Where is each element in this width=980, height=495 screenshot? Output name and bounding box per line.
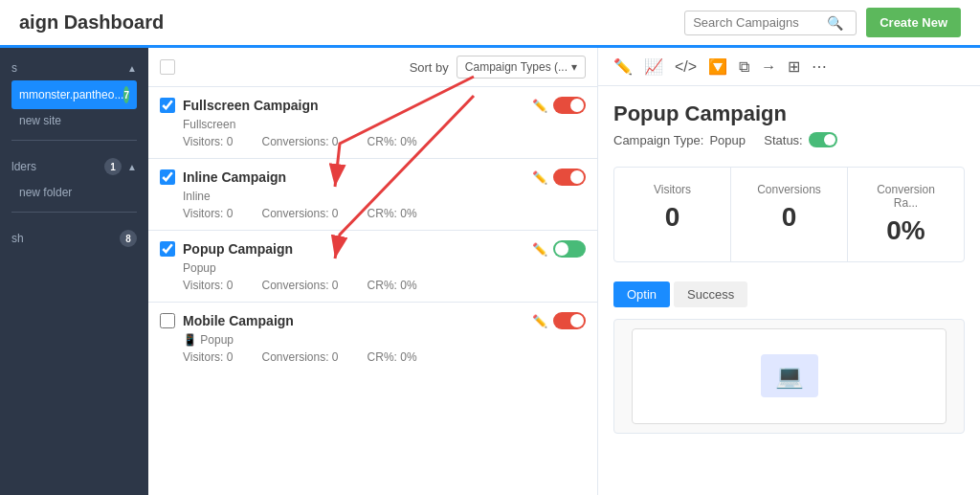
header-checkbox[interactable] bbox=[160, 59, 175, 75]
create-new-button[interactable]: Create New bbox=[866, 8, 961, 37]
sidebar-section-trash-header[interactable]: sh 8 bbox=[11, 224, 137, 253]
campaign-item-popup: Popup Campaign ✏️ Popup Visitors: 0 Conv… bbox=[148, 231, 597, 303]
cr-label-mobile: CR%: 0% bbox=[368, 350, 417, 364]
cr-label-popup: CR%: 0% bbox=[368, 279, 417, 292]
campaign-type-inline: Inline bbox=[183, 190, 586, 203]
stats-row: Visitors 0 Conversions 0 Conversion Ra..… bbox=[613, 167, 965, 262]
detail-panel: ✏️ 📈 </> 🔽 ⧉ → ⊞ ⋯ Popup Campaign Campai… bbox=[598, 48, 980, 495]
edit-icon-inline[interactable]: ✏️ bbox=[532, 170, 547, 185]
campaign-preview-inner: 💻 bbox=[632, 328, 947, 424]
stat-box-cr: Conversion Ra... 0% bbox=[848, 168, 964, 261]
edit-icon-mobile[interactable]: ✏️ bbox=[532, 314, 547, 328]
toggle-popup[interactable] bbox=[553, 240, 586, 258]
cr-label-fullscreen: CR%: 0% bbox=[368, 135, 417, 148]
filter-toolbar-icon[interactable]: 🔽 bbox=[708, 57, 727, 76]
sort-dropdown[interactable]: Campaign Types (... ▾ bbox=[457, 56, 586, 79]
campaign-item-fullscreen: Fullscreen Campaign ✏️ Fullscreen Visito… bbox=[148, 87, 597, 159]
stat-box-conversions: Conversions 0 bbox=[731, 168, 848, 261]
top-bar-right: 🔍 Create New bbox=[684, 8, 961, 37]
code-toolbar-icon[interactable]: </> bbox=[675, 58, 697, 76]
campaign-list-header: Sort by Campaign Types (... ▾ bbox=[148, 48, 597, 87]
campaign-actions-popup: ✏️ bbox=[532, 240, 586, 258]
sidebar-sub-item-new-site[interactable]: new site bbox=[11, 109, 137, 132]
sidebar-badge-7: 7 bbox=[123, 86, 129, 103]
sidebar-sub-item-new-folder[interactable]: new folder bbox=[11, 181, 137, 204]
campaign-checkbox-inline[interactable] bbox=[160, 169, 175, 185]
campaign-stats-inline: Visitors: 0 Conversions: 0 CR%: 0% bbox=[183, 207, 586, 220]
sidebar-section-sites: s ▲ mmonster.pantheo... 7 new site bbox=[0, 48, 148, 136]
sidebar-divider-2 bbox=[11, 212, 137, 213]
edit-icon-popup[interactable]: ✏️ bbox=[532, 242, 547, 257]
campaign-checkbox-fullscreen[interactable] bbox=[160, 98, 175, 113]
detail-toolbar: ✏️ 📈 </> 🔽 ⧉ → ⊞ ⋯ bbox=[598, 48, 980, 86]
search-campaigns-container: 🔍 bbox=[684, 11, 857, 35]
edit-icon-fullscreen[interactable]: ✏️ bbox=[532, 99, 547, 113]
campaign-name-mobile: Mobile Campaign bbox=[183, 313, 524, 328]
campaign-actions-fullscreen: ✏️ bbox=[532, 97, 586, 114]
campaign-type-mobile: 📱 Popup bbox=[183, 333, 586, 347]
sidebar-item-active-site[interactable]: mmonster.pantheo... 7 bbox=[11, 80, 137, 109]
campaign-item-inline: Inline Campaign ✏️ Inline Visitors: 0 Co… bbox=[148, 159, 597, 231]
toggle-fullscreen[interactable] bbox=[553, 97, 586, 114]
sidebar-section-trash-label: sh bbox=[11, 232, 24, 245]
visitors-label-mobile: Visitors: 0 bbox=[183, 350, 233, 364]
sidebar-section-folders-label: lders bbox=[11, 160, 36, 173]
toggle-inline[interactable] bbox=[553, 169, 586, 186]
campaign-stats-mobile: Visitors: 0 Conversions: 0 CR%: 0% bbox=[183, 350, 586, 364]
sidebar-badge-8: 8 bbox=[120, 230, 137, 247]
stat-label-visitors: Visitors bbox=[630, 183, 715, 196]
stat-label-cr: Conversion Ra... bbox=[863, 183, 948, 210]
detail-status-toggle[interactable] bbox=[809, 132, 837, 147]
status-meta-label: Status: bbox=[764, 133, 802, 147]
campaign-checkbox-mobile[interactable] bbox=[160, 313, 175, 328]
chart-toolbar-icon[interactable]: 📈 bbox=[644, 57, 663, 76]
detail-content: Popup Campaign Campaign Type: Popup Stat… bbox=[598, 86, 980, 495]
tab-optin[interactable]: Optin bbox=[613, 281, 670, 307]
main-layout: s ▲ mmonster.pantheo... 7 new site lders… bbox=[0, 48, 980, 495]
stat-value-visitors: 0 bbox=[630, 202, 715, 233]
stat-label-conversions: Conversions bbox=[746, 183, 832, 196]
campaign-name-fullscreen: Fullscreen Campaign bbox=[183, 98, 524, 113]
conversions-label-inline: Conversions: 0 bbox=[261, 207, 338, 220]
campaign-type-fullscreen: Fullscreen bbox=[183, 118, 586, 131]
visitors-label-fullscreen: Visitors: 0 bbox=[183, 135, 233, 148]
campaign-actions-inline: ✏️ bbox=[532, 169, 586, 186]
conversions-label-fullscreen: Conversions: 0 bbox=[261, 135, 338, 148]
sidebar-badge-1: 1 bbox=[104, 158, 122, 175]
more-toolbar-icon[interactable]: ⋯ bbox=[812, 57, 827, 76]
stat-value-cr: 0% bbox=[863, 215, 948, 246]
tab-success[interactable]: Success bbox=[674, 281, 747, 307]
chevron-down-icon: ▾ bbox=[571, 60, 577, 74]
chevron-up-icon: ▲ bbox=[127, 63, 137, 74]
cr-label-inline: CR%: 0% bbox=[368, 207, 417, 220]
campaign-item-mobile: Mobile Campaign ✏️ 📱 Popup Visitors: 0 C… bbox=[148, 303, 597, 373]
sidebar-section-folders-header[interactable]: lders 1 ▲ bbox=[11, 152, 137, 181]
campaign-stats-fullscreen: Visitors: 0 Conversions: 0 CR%: 0% bbox=[183, 135, 586, 148]
sort-by-label: Sort by bbox=[410, 60, 449, 75]
search-campaigns-input[interactable] bbox=[693, 15, 827, 30]
stat-box-visitors: Visitors 0 bbox=[614, 168, 731, 261]
preview-placeholder-icon: 💻 bbox=[761, 354, 818, 397]
campaign-type-meta-label: Campaign Type: bbox=[613, 133, 703, 147]
copy-toolbar-icon[interactable]: ⧉ bbox=[739, 58, 749, 76]
sidebar-active-site-label: mmonster.pantheo... bbox=[19, 88, 123, 101]
grid-toolbar-icon[interactable]: ⊞ bbox=[788, 57, 800, 76]
sidebar-divider-1 bbox=[11, 140, 137, 141]
sidebar-section-trash: sh 8 bbox=[0, 216, 148, 257]
mobile-icon: 📱 bbox=[183, 333, 197, 347]
campaign-preview-box: 💻 bbox=[613, 319, 965, 434]
campaign-name-inline: Inline Campaign bbox=[183, 169, 524, 185]
top-bar: aign Dashboard 🔍 Create New bbox=[0, 0, 980, 48]
content-area: Sort by Campaign Types (... ▾ Fullscreen… bbox=[148, 48, 980, 495]
edit-toolbar-icon[interactable]: ✏️ bbox=[613, 57, 633, 76]
stat-value-conversions: 0 bbox=[746, 202, 832, 233]
detail-tabs: Optin Success bbox=[613, 281, 965, 307]
sidebar-section-sites-header[interactable]: s ▲ bbox=[11, 56, 137, 80]
visitors-label-inline: Visitors: 0 bbox=[183, 207, 233, 220]
campaign-checkbox-popup[interactable] bbox=[160, 241, 175, 257]
detail-campaign-title: Popup Campaign bbox=[613, 101, 965, 126]
campaign-type-meta-value: Popup bbox=[709, 133, 746, 147]
campaign-items-list: Fullscreen Campaign ✏️ Fullscreen Visito… bbox=[148, 87, 597, 495]
share-toolbar-icon[interactable]: → bbox=[761, 58, 776, 76]
toggle-mobile[interactable] bbox=[553, 312, 586, 329]
